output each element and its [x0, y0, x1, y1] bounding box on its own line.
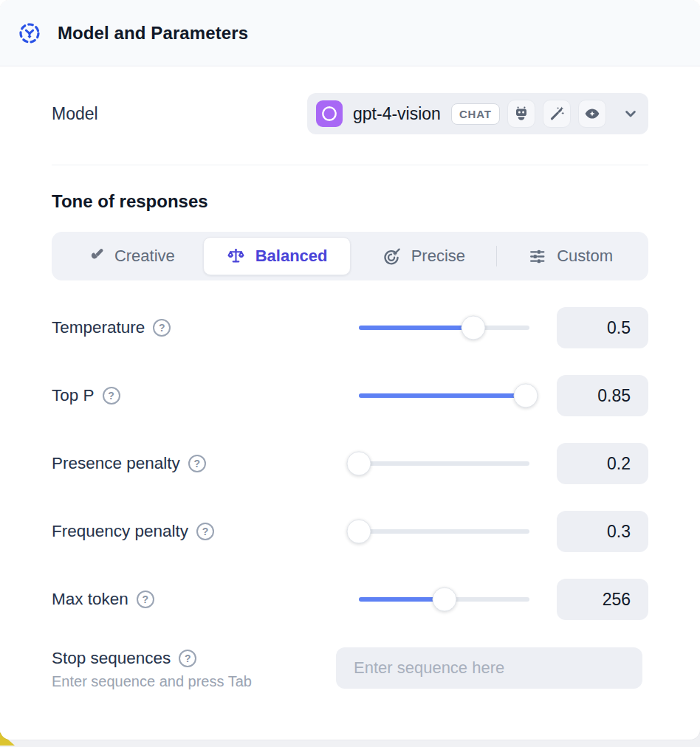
paintbrush-icon [85, 247, 105, 266]
help-icon[interactable] [137, 591, 154, 608]
max-token-slider[interactable] [359, 588, 529, 612]
top-p-value[interactable]: 0.85 [557, 375, 648, 416]
model-select-dropdown[interactable]: gpt-4-vision CHAT [307, 93, 648, 134]
stop-sequences-row: Stop sequences Enter sequence and press … [52, 647, 648, 696]
presence-penalty-row: Presence penalty 0.2 [52, 443, 648, 484]
selected-model-name: gpt-4-vision [353, 104, 441, 124]
frequency-penalty-slider[interactable] [359, 520, 529, 544]
max-token-value[interactable]: 256 [557, 579, 648, 620]
tone-tab-group: Creative [52, 232, 648, 280]
section-divider [52, 165, 648, 165]
target-icon [382, 247, 402, 266]
tab-label: Custom [557, 247, 613, 266]
magic-wand-icon [543, 100, 571, 128]
tab-creative[interactable]: Creative [57, 237, 203, 275]
balance-scale-icon [226, 247, 246, 266]
temperature-slider[interactable] [359, 316, 529, 340]
chevron-down-icon [621, 104, 640, 123]
sliders-icon [527, 247, 547, 266]
max-token-row: Max token 256 [52, 579, 648, 620]
slider-thumb[interactable] [432, 588, 456, 612]
slider-thumb[interactable] [461, 316, 485, 340]
top-p-row: Top P 0.85 [52, 375, 648, 416]
temperature-value[interactable]: 0.5 [557, 307, 648, 348]
frequency-penalty-row: Frequency penalty 0.3 [52, 511, 648, 552]
panel-title: Model and Parameters [58, 23, 248, 44]
help-icon[interactable] [179, 650, 196, 667]
tone-section-title: Tone of responses [52, 191, 648, 212]
frequency-penalty-label: Frequency penalty [52, 522, 214, 541]
help-icon[interactable] [103, 387, 120, 405]
model-parameters-icon [18, 21, 41, 45]
tab-balanced[interactable]: Balanced [203, 237, 351, 275]
openai-logo-icon [316, 100, 343, 127]
tab-label: Creative [114, 247, 175, 266]
model-type-badge: CHAT [451, 103, 500, 125]
robot-icon [507, 100, 535, 128]
vision-eye-icon [578, 100, 606, 128]
tab-custom[interactable]: Custom [497, 237, 643, 275]
temperature-label: Temperature [52, 318, 171, 337]
frequency-penalty-value[interactable]: 0.3 [557, 511, 648, 552]
slider-thumb[interactable] [347, 452, 371, 476]
slider-thumb[interactable] [514, 384, 538, 408]
presence-penalty-value[interactable]: 0.2 [557, 443, 648, 484]
tab-label: Precise [411, 247, 465, 266]
help-icon[interactable] [188, 455, 206, 472]
model-label: Model [52, 104, 98, 124]
top-p-label: Top P [52, 386, 120, 405]
help-icon[interactable] [196, 523, 214, 540]
model-row: Model gpt-4-vision CH [52, 93, 648, 134]
tab-label: Balanced [255, 247, 328, 266]
slider-thumb[interactable] [347, 520, 371, 544]
tab-precise[interactable]: Precise [351, 237, 497, 275]
presence-penalty-slider[interactable] [359, 452, 529, 476]
temperature-row: Temperature 0.5 [52, 307, 648, 348]
stop-sequence-input[interactable] [336, 647, 642, 689]
model-parameters-panel: Model and Parameters Model [0, 0, 700, 740]
help-icon[interactable] [153, 319, 171, 337]
max-token-label: Max token [52, 590, 154, 609]
panel-header: Model and Parameters [0, 0, 700, 66]
presence-penalty-label: Presence penalty [52, 454, 206, 473]
top-p-slider[interactable] [359, 384, 529, 408]
